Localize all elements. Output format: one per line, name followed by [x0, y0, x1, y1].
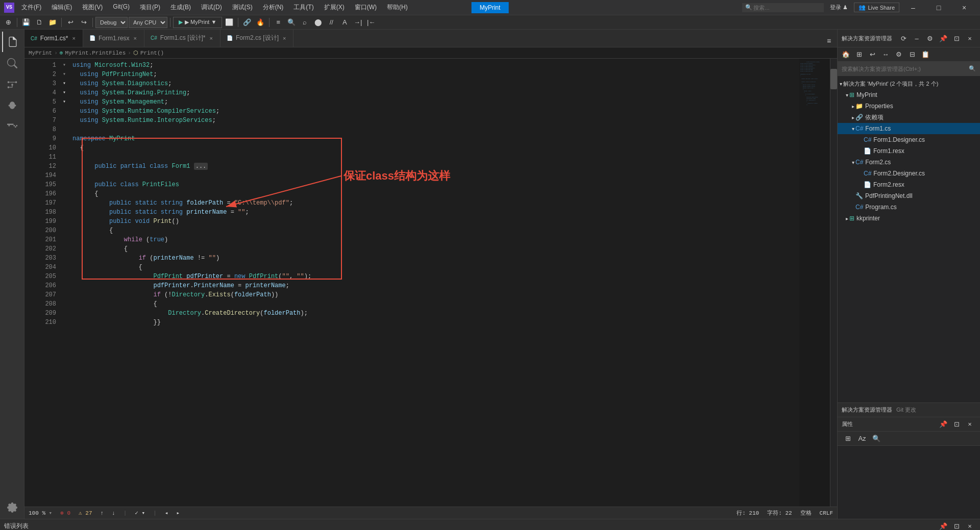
properties-close-btn[interactable]: ×: [964, 418, 976, 431]
editor-scrollbar[interactable]: [830, 59, 837, 507]
tab-form1-design[interactable]: C# Form1.cs [设计]* ×: [144, 30, 220, 47]
error-panel-close[interactable]: ×: [964, 520, 976, 531]
tree-solution-root[interactable]: ▾ 解决方案 'MyPrint' (2 个项目，共 2 个): [838, 78, 980, 89]
sol-collapse-btn[interactable]: ⊞: [853, 48, 865, 61]
prop-grid-btn[interactable]: ⊞: [842, 433, 854, 445]
platform-select[interactable]: Any CPU: [129, 17, 167, 28]
solution-close-btn[interactable]: ×: [964, 32, 976, 44]
sol-sync-btn[interactable]: ↔: [879, 48, 892, 61]
toolbar-save-all[interactable]: 💾: [20, 16, 32, 29]
tree-program-cs[interactable]: ▸ C# Program.cs: [838, 201, 980, 213]
activity-git[interactable]: [2, 74, 22, 95]
nav-next[interactable]: ▸: [176, 510, 180, 516]
code-text[interactable]: using Microsoft.Win32; using PdfPrinting…: [68, 59, 799, 507]
close-button[interactable]: ×: [952, 0, 976, 15]
sol-filter-btn[interactable]: ⊟: [906, 48, 918, 61]
toolbar-format[interactable]: ≡: [272, 16, 284, 29]
toolbar-attach[interactable]: 🔗: [241, 16, 253, 29]
toolbar-unindent[interactable]: |←: [365, 16, 377, 29]
menu-file[interactable]: 文件(F): [17, 1, 45, 14]
activity-search[interactable]: [2, 53, 22, 73]
tree-pdf-dll[interactable]: ▸ 🔧 PdfPrintingNet.dll: [838, 190, 980, 201]
tree-form1-resx[interactable]: ▸ 📄 Form1.resx: [838, 145, 980, 157]
nav-up[interactable]: ↑: [101, 510, 104, 516]
sol-settings2-btn[interactable]: ⚙: [893, 48, 905, 61]
solution-pin-btn[interactable]: 📌: [937, 32, 949, 44]
sol-refresh-btn[interactable]: ↩: [866, 48, 878, 61]
tree-form2-designer[interactable]: ▸ C# Form2.Designer.cs: [838, 168, 980, 179]
activity-debug[interactable]: [2, 96, 22, 116]
menu-test[interactable]: 测试(S): [228, 1, 257, 14]
menu-extend[interactable]: 扩展(X): [320, 1, 349, 14]
toolbar-uncomment[interactable]: A: [338, 16, 351, 29]
toolbar-find[interactable]: ⌕: [299, 16, 311, 29]
activity-settings[interactable]: [2, 497, 22, 518]
warning-indicator[interactable]: ⚠ 27: [79, 510, 92, 516]
toolbar-indent[interactable]: →|: [352, 16, 364, 29]
tree-form2-resx[interactable]: ▸ 📄 Form2.resx: [838, 179, 980, 190]
menu-build[interactable]: 生成(B): [166, 1, 195, 14]
zoom-level[interactable]: 100 % ▾: [29, 510, 52, 516]
tree-properties[interactable]: ▸ 📁 Properties: [838, 100, 980, 112]
toolbar-hot-reload[interactable]: 🔥: [254, 16, 266, 29]
solution-footer[interactable]: 解决方案资源管理器 Git 更改: [838, 402, 980, 417]
breadcrumb-class[interactable]: MyPrint.PrintFiles: [65, 50, 126, 56]
sol-view-btn[interactable]: 📋: [919, 48, 932, 61]
menu-edit[interactable]: 编辑(E): [47, 1, 76, 14]
prop-alpha-btn[interactable]: Az: [856, 433, 868, 445]
toolbar-comment[interactable]: //: [325, 16, 337, 29]
toolbar-search-toolbar[interactable]: 🔍: [285, 16, 298, 29]
footer-git-tab[interactable]: Git 更改: [896, 406, 916, 414]
menu-help[interactable]: 帮助(H): [383, 1, 412, 14]
tree-myprint[interactable]: ▾ ⊞ MyPrint: [838, 89, 980, 100]
menu-tools[interactable]: 工具(T): [289, 1, 317, 14]
solution-float-btn[interactable]: ⊡: [950, 32, 963, 44]
toolbar-save[interactable]: 🗋: [33, 16, 45, 29]
prop-search-btn[interactable]: 🔍: [870, 433, 883, 445]
tab-form1-resx[interactable]: 📄 Form1.resx ×: [83, 30, 144, 47]
menu-view[interactable]: 视图(V): [78, 1, 107, 14]
breadcrumb-method[interactable]: Print(): [140, 50, 164, 56]
error-panel-float[interactable]: ⊡: [950, 520, 963, 531]
nav-down[interactable]: ↓: [112, 510, 115, 516]
tab-form1-cs[interactable]: C# Form1.cs* ×: [24, 30, 83, 47]
tab-close-form2-design[interactable]: ×: [282, 35, 287, 42]
tab-close-form1-design[interactable]: ×: [209, 35, 214, 42]
live-share-button[interactable]: 👥 Live Share: [854, 3, 899, 12]
properties-pin-btn[interactable]: 📌: [937, 418, 949, 431]
title-search-input[interactable]: [742, 3, 824, 12]
tab-settings-btn[interactable]: ≡: [823, 35, 835, 47]
tab-close-form1[interactable]: ×: [71, 35, 76, 42]
tree-form1-cs[interactable]: ▾ C# Form1.cs: [838, 123, 980, 134]
error-panel-pin[interactable]: 📌: [937, 520, 949, 531]
menu-project[interactable]: 项目(P): [136, 1, 164, 14]
tree-form2-cs[interactable]: ▾ C# Form2.cs: [838, 157, 980, 168]
menu-debug[interactable]: 调试(D): [197, 1, 226, 14]
toolbar-redo[interactable]: ↪: [78, 16, 90, 29]
tree-kkprinter[interactable]: ▸ ⊞ kkprinter: [838, 213, 980, 224]
activity-explorer[interactable]: [2, 32, 22, 52]
toolbar-new[interactable]: ⊕: [2, 16, 14, 29]
solution-settings-btn[interactable]: ⚙: [924, 32, 936, 44]
sol-home-btn[interactable]: 🏠: [840, 48, 852, 61]
activity-extensions[interactable]: [2, 117, 22, 138]
nav-prev[interactable]: ◂: [165, 510, 168, 516]
tree-form1-designer[interactable]: ▸ C# Form1.Designer.cs: [838, 134, 980, 145]
error-indicator[interactable]: ⊗ 0: [60, 510, 70, 516]
check-icon[interactable]: ✓ ▾: [135, 510, 145, 516]
properties-float-btn[interactable]: ⊡: [950, 418, 963, 431]
tab-form2-design[interactable]: 📄 Form2.cs [设计] ×: [220, 30, 293, 47]
breadcrumb-ns[interactable]: MyPrint: [29, 50, 52, 56]
run-button[interactable]: ▶ ▶ MyPrint ▼: [173, 17, 222, 28]
solution-collapse-btn[interactable]: –: [911, 32, 923, 44]
tab-close-resx[interactable]: ×: [133, 35, 138, 42]
code-editor[interactable]: 1 2 3 4 5 6 7 8 9 10 11 12 194 195 196 1…: [24, 59, 837, 507]
debug-config-select[interactable]: Debug: [95, 17, 128, 28]
tree-dependencies[interactable]: ▸ 🔗 依赖项: [838, 112, 980, 123]
solution-search-input[interactable]: [842, 66, 969, 72]
menu-window[interactable]: 窗口(W): [351, 1, 381, 14]
toolbar-open[interactable]: 📁: [46, 16, 59, 29]
signin-label[interactable]: 登录 ♟: [826, 4, 852, 11]
toolbar-stop[interactable]: ⬜: [223, 16, 235, 29]
minimize-button[interactable]: –: [901, 0, 925, 15]
